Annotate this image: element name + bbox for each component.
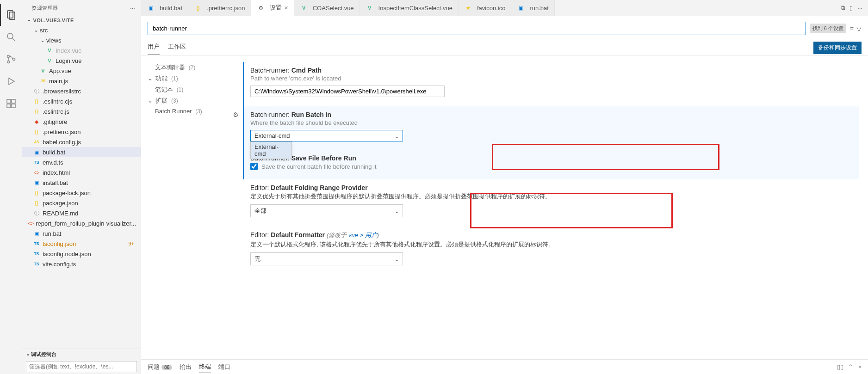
tree-file[interactable]: VLogin.vue [22, 55, 141, 66]
tree-file[interactable]: <>index.html [22, 167, 141, 178]
explorer-icon[interactable] [0, 4, 22, 26]
tree-file[interactable]: {}package.json [22, 198, 141, 208]
tree-file[interactable]: JSmain.js [22, 76, 141, 86]
svg-rect-9 [7, 104, 11, 108]
tree-file[interactable]: TSvite.config.ts [22, 259, 141, 269]
panel-layout-icon[interactable]: ▯▯ [837, 363, 843, 370]
more-icon[interactable]: ··· [857, 5, 862, 12]
tree-file[interactable]: <>report_form_rollup_plugin-visualizer..… [22, 218, 141, 228]
gear-icon[interactable]: ⚙ [234, 111, 239, 118]
sync-settings-button[interactable]: 备份和同步设置 [813, 42, 862, 54]
panel-problems-tab[interactable]: 问题86 [148, 361, 172, 373]
vue-icon: V [300, 5, 308, 11]
tree-file[interactable]: ▣install.bat [22, 178, 141, 188]
nav-text-editor[interactable]: 文本编辑器 (2) [148, 62, 232, 73]
tree-file[interactable]: ▣run.bat [22, 228, 141, 239]
run-batch-in-select[interactable]: External-cmd ⌄ External-cmd [250, 130, 403, 141]
open-to-side-icon[interactable]: ⧉ [841, 4, 845, 12]
split-editor-icon[interactable]: ▯ [849, 5, 853, 12]
tree-file[interactable]: ⓘ.browserslistrc [22, 86, 141, 96]
scope-link[interactable]: vue > 用户 [348, 232, 377, 239]
ts-file-icon: TS [32, 241, 41, 246]
search-icon[interactable] [0, 26, 22, 48]
source-control-icon[interactable] [0, 48, 22, 70]
tree-file[interactable]: VIndex.vue [22, 45, 141, 55]
select-dropdown: External-cmd [250, 141, 292, 159]
folding-select[interactable]: 全部 ⌄ [250, 204, 403, 217]
settings-list[interactable]: Batch-runner: Cmd Path Path to where 'cm… [234, 55, 868, 359]
nav-extensions[interactable]: ⌄扩展 (3) [148, 95, 232, 106]
tree-file[interactable]: {}package-lock.json [22, 188, 141, 198]
nav-batch-runner[interactable]: Batch Runner (3) [148, 106, 232, 116]
tree-label: tsconfig.node.json [43, 251, 91, 258]
cfg-file-icon: ⓘ [32, 88, 41, 95]
tree-label: views [46, 37, 62, 44]
checkbox-input[interactable] [250, 163, 258, 170]
dropdown-option[interactable]: External-cmd [251, 142, 291, 159]
panel-ports-tab[interactable]: 端口 [218, 361, 230, 373]
tree-label: package.json [43, 200, 78, 207]
tree-label: vite.config.ts [43, 261, 76, 268]
settings-main: 文本编辑器 (2) ⌄功能 (1) 笔记本 (1) ⌄扩展 (3) Batch … [141, 55, 868, 359]
save-before-run-checkbox[interactable]: Save the current batch file before runni… [250, 163, 859, 170]
run-debug-icon[interactable] [0, 70, 22, 92]
ts-file-icon: TS [32, 251, 41, 256]
editor-tab[interactable]: ⚙设置× [251, 0, 294, 16]
bat-file-icon: ▣ [32, 149, 41, 155]
tree-label: .browserslistrc [43, 88, 81, 95]
editor-tab[interactable]: ▣run.bat [511, 0, 554, 16]
close-icon[interactable]: × [285, 4, 288, 12]
nav-notebook[interactable]: 笔记本 (1) [148, 84, 232, 95]
html-file-icon: <> [28, 221, 34, 226]
scope-user-tab[interactable]: 用户 [148, 41, 160, 55]
filter-input[interactable] [26, 361, 137, 372]
tree-file[interactable]: VApp.vue [22, 66, 141, 76]
editor-tab[interactable]: VCOASelect.vue [294, 0, 360, 16]
cmd-path-input[interactable] [250, 86, 445, 97]
tree-file[interactable]: TSenv.d.ts [22, 157, 141, 167]
editor-tab[interactable]: ▣build.bat [141, 0, 188, 16]
panel-terminal-tab[interactable]: 终端 [199, 361, 211, 373]
editor-tab[interactable]: VInspectItemClassSelect.vue [360, 0, 459, 16]
tree-folder[interactable]: ⌄src [22, 25, 141, 35]
formatter-select[interactable]: 无 ⌄ [250, 252, 403, 265]
json-file-icon: {} [32, 98, 41, 104]
tree-label: report_form_rollup_plugin-visualizer... [36, 220, 136, 227]
sidebar-root[interactable]: ⌄ VOL.VUE3.VITE [22, 16, 141, 24]
sidebar-root-label: VOL.VUE3.VITE [33, 18, 74, 23]
select-value: 全部 [250, 204, 403, 217]
select-value: 无 [250, 252, 403, 265]
tree-file[interactable]: ⓘREADME.md [22, 208, 141, 218]
clear-search-icon[interactable]: ≡ [850, 25, 854, 32]
panel-maximize-icon[interactable]: ⌃ [848, 363, 853, 370]
tab-actions: ⧉ ▯ ··· [841, 4, 868, 12]
tree-file[interactable]: {}.eslintrc.js [22, 106, 141, 116]
tree-file[interactable]: TStsconfig.node.json [22, 249, 141, 259]
editor-tab[interactable]: {}.prettierrc.json [188, 0, 251, 16]
js-file-icon: JS [32, 140, 41, 144]
nav-features[interactable]: ⌄功能 (1) [148, 73, 232, 84]
file-tree[interactable]: ⌄src⌄viewsVIndex.vueVLogin.vueVApp.vueJS… [22, 24, 141, 349]
tree-label: babel.config.js [43, 139, 81, 146]
sidebar: 资源管理器 ··· ⌄ VOL.VUE3.VITE ⌄src⌄viewsVInd… [22, 0, 141, 374]
settings-search-input[interactable] [148, 22, 806, 35]
tree-file[interactable]: ◆.gitignore [22, 116, 141, 127]
tree-file[interactable]: JSbabel.config.js [22, 137, 141, 147]
vue-file-icon: V [45, 58, 54, 63]
git-file-icon: ◆ [32, 119, 41, 125]
tree-file[interactable]: {}.prettierrc.json [22, 127, 141, 137]
tree-file[interactable]: {}.eslintrc.cjs [22, 96, 141, 106]
editor-tab[interactable]: ★favicon.ico [459, 0, 511, 16]
sidebar-more-icon[interactable]: ··· [130, 6, 135, 11]
panel-close-icon[interactable]: × [858, 363, 862, 370]
tree-folder[interactable]: ⌄views [22, 35, 141, 45]
setting-desc: Where the batch file should be executed [250, 119, 859, 126]
tree-file[interactable]: TStsconfig.json9+ [22, 239, 141, 249]
outline-header[interactable]: ⌄ 调试控制台 [22, 349, 141, 359]
scope-workspace-tab[interactable]: 工作区 [168, 41, 186, 55]
extensions-icon[interactable] [0, 92, 22, 115]
activity-bar [0, 0, 22, 374]
filter-icon[interactable]: ▽ [856, 25, 862, 32]
tree-file[interactable]: ▣build.bat [22, 147, 141, 157]
panel-output-tab[interactable]: 输出 [180, 361, 192, 373]
